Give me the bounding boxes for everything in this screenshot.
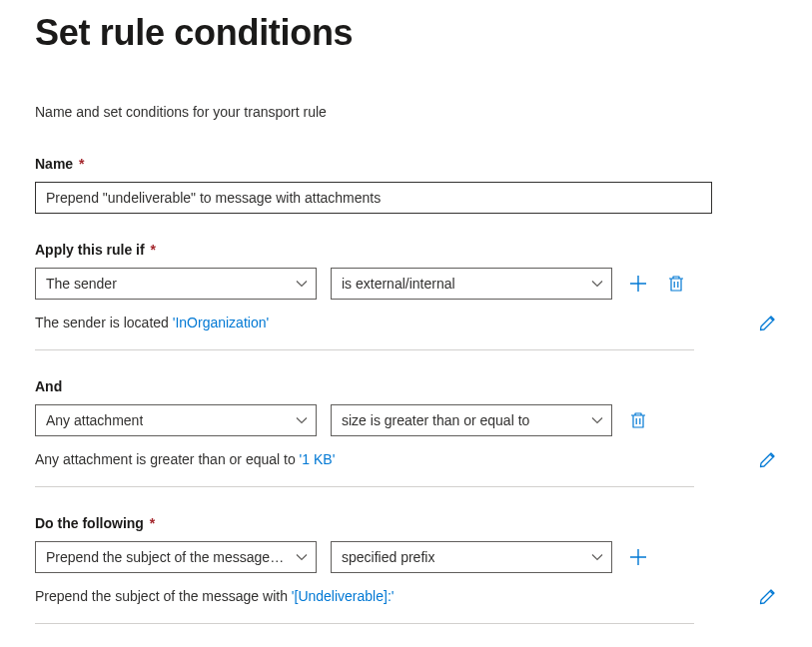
section-divider [35,486,694,487]
and-label: And [35,378,777,394]
add-condition-button[interactable] [626,272,650,296]
chevron-down-icon [296,414,308,426]
action-select[interactable]: Prepend the subject of the message w… [35,541,317,573]
intro-text: Name and set conditions for your transpo… [35,104,777,120]
chevron-down-icon [591,414,603,426]
and-summary: Any attachment is greater than or equal … [35,451,335,467]
and-condition-value: Any attachment [46,412,143,428]
page-title: Set rule conditions [35,12,777,54]
action-value-text: specified prefix [342,549,434,565]
and-value-select[interactable]: size is greater than or equal to [331,404,612,436]
add-action-button[interactable] [626,545,650,569]
section-divider [35,349,694,350]
action-summary: Prepend the subject of the message with … [35,588,394,604]
edit-and-condition-button[interactable] [759,450,777,468]
chevron-down-icon [296,278,308,290]
action-value: Prepend the subject of the message w… [46,549,286,565]
chevron-down-icon [591,551,603,563]
name-input[interactable] [35,182,712,214]
apply-if-condition-select[interactable]: The sender [35,268,317,300]
apply-if-value-text: is external/internal [342,276,455,292]
delete-and-condition-button[interactable] [626,408,650,432]
section-divider [35,623,694,624]
name-label: Name * [35,156,777,172]
chevron-down-icon [591,278,603,290]
apply-if-summary: The sender is located 'InOrganization' [35,315,269,330]
apply-if-label: Apply this rule if * [35,242,777,258]
apply-if-condition-value: The sender [46,276,117,292]
and-value-text: size is greater than or equal to [342,412,529,428]
action-value-select[interactable]: specified prefix [331,541,612,573]
chevron-down-icon [296,551,308,563]
apply-if-value-select[interactable]: is external/internal [331,268,612,300]
do-following-label: Do the following * [35,515,777,531]
and-condition-select[interactable]: Any attachment [35,404,317,436]
edit-condition-button[interactable] [759,314,777,331]
edit-action-button[interactable] [759,587,777,605]
delete-condition-button[interactable] [664,272,688,296]
